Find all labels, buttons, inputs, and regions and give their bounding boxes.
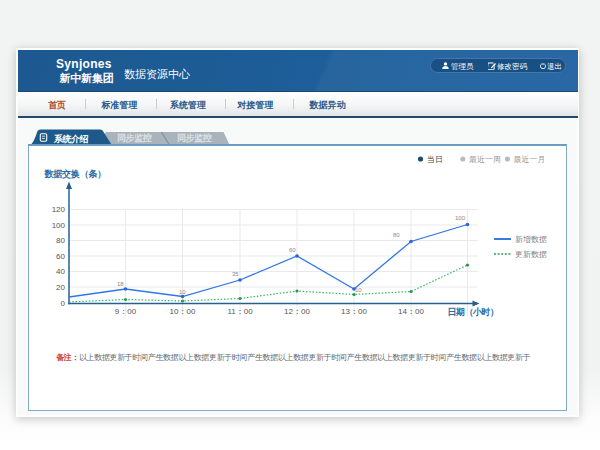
svg-text:同步监控: 同步监控 [117, 133, 152, 143]
svg-text:14：00: 14：00 [398, 307, 424, 316]
svg-text:9：00: 9：00 [115, 307, 137, 316]
svg-text:新增数据: 新增数据 [515, 235, 547, 244]
svg-text:20: 20 [56, 283, 65, 292]
svg-text:18: 18 [117, 281, 124, 287]
svg-text:35: 35 [232, 271, 239, 277]
svg-text:10: 10 [179, 289, 186, 295]
svg-text:80: 80 [393, 232, 400, 238]
svg-text:60: 60 [289, 247, 296, 253]
svg-text:同步监控: 同步监控 [177, 133, 212, 143]
svg-text:0: 0 [61, 299, 66, 308]
svg-text:最近一周: 最近一周 [469, 155, 501, 164]
svg-text:60: 60 [56, 252, 65, 261]
svg-text:120: 120 [52, 205, 66, 214]
svg-text:系统介绍: 系统介绍 [53, 134, 89, 144]
svg-text:80: 80 [56, 236, 65, 245]
svg-text:12：00: 12：00 [284, 307, 310, 316]
svg-text:更新数据: 更新数据 [515, 250, 547, 259]
svg-text:日期（小时）: 日期（小时） [448, 307, 499, 317]
svg-text:数据交换（条）: 数据交换（条） [44, 169, 107, 179]
svg-text:10：00: 10：00 [170, 307, 196, 316]
svg-text:最近一月: 最近一月 [514, 155, 546, 164]
svg-text:当日: 当日 [427, 155, 443, 164]
svg-text:100: 100 [52, 221, 66, 230]
svg-text:40: 40 [56, 267, 65, 276]
svg-text:10: 10 [355, 287, 362, 293]
svg-text:11：00: 11：00 [227, 307, 253, 316]
svg-text:13：00: 13：00 [341, 307, 367, 316]
svg-text:100: 100 [455, 215, 466, 221]
